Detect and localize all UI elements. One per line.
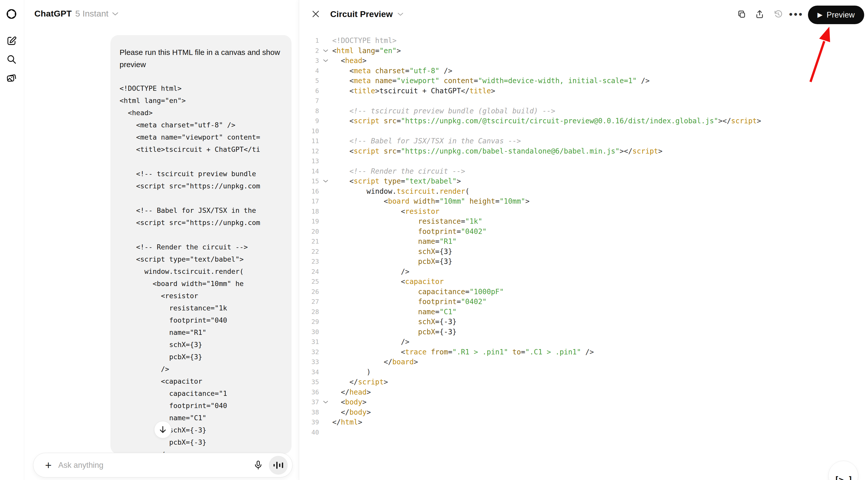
user-code-line: <title>tscircuit + ChatGPT</ti	[120, 143, 282, 156]
canvas-title: Circuit Preview	[330, 9, 393, 19]
library-icon[interactable]	[6, 72, 17, 84]
editor-line: 9 <script src="https://unpkg.com/@tscirc…	[299, 116, 868, 126]
editor-line: 28 name="C1"	[299, 307, 868, 317]
fold-chevron-icon[interactable]	[319, 180, 332, 183]
line-number: 4	[299, 67, 319, 74]
line-number: 40	[299, 429, 319, 436]
editor-line: 21 name="R1"	[299, 236, 868, 247]
user-code-line: <!-- Babel for JSX/TSX in the	[120, 204, 282, 217]
close-canvas-button[interactable]	[308, 7, 323, 21]
editor-code-text: capacitance="1000pF"	[332, 288, 504, 296]
model-selector[interactable]: ChatGPT 5 Instant	[34, 9, 119, 19]
user-code-line	[120, 192, 282, 204]
editor-code-text: footprint="0402"	[332, 297, 487, 306]
line-number: 14	[299, 167, 319, 175]
attach-plus-icon[interactable]: +	[42, 459, 55, 472]
user-code-line: <script src="https://unpkg.com	[120, 217, 282, 229]
editor-code-text: <trace from=".R1 > .pin1" to=".C1 > .pin…	[332, 348, 594, 356]
openai-logo-icon[interactable]	[6, 8, 17, 20]
line-number: 24	[299, 268, 319, 275]
preview-button[interactable]: ▶ Preview	[808, 6, 864, 24]
user-code-line: pcbX={3}	[120, 351, 282, 363]
user-code-line: name="C1"	[120, 412, 282, 424]
editor-line: 13	[299, 156, 868, 166]
version-history-button[interactable]	[771, 7, 785, 21]
line-number: 15	[299, 178, 319, 185]
editor-line: 7	[299, 96, 868, 106]
fold-chevron-icon[interactable]	[319, 49, 332, 52]
line-number: 11	[299, 137, 319, 145]
line-number: 20	[299, 228, 319, 235]
scroll-to-bottom-button[interactable]	[154, 421, 172, 438]
chevron-down-icon	[112, 12, 119, 16]
editor-line: 27 footprint="0402"	[299, 297, 868, 307]
fold-chevron-icon[interactable]	[319, 59, 332, 62]
microphone-icon[interactable]	[251, 458, 265, 472]
editor-line: 35 </script>	[299, 377, 868, 387]
user-code-line: footprint="040	[120, 314, 282, 326]
line-number: 39	[299, 418, 319, 426]
user-message-bubble: Please run this HTML file in a canvas an…	[111, 35, 291, 454]
history-icon	[773, 9, 783, 19]
line-number: 28	[299, 308, 319, 316]
code-editor[interactable]: 1<!DOCTYPE html>2<html lang="en">3 <head…	[299, 36, 868, 437]
editor-code-text: window.tscircuit.render(	[332, 187, 469, 195]
line-number: 21	[299, 238, 319, 245]
new-chat-icon[interactable]	[6, 35, 17, 47]
share-button[interactable]	[752, 7, 767, 21]
line-number: 31	[299, 338, 319, 346]
editor-line: 33 </board>	[299, 357, 868, 367]
editor-line: 34 )	[299, 367, 868, 377]
editor-code-text: </board>	[332, 358, 418, 366]
user-code-line: <board width="10mm" he	[120, 278, 282, 290]
play-icon: ▶	[817, 11, 823, 18]
editor-line: 30 pcbX={-3}	[299, 327, 868, 337]
editor-code-text: <script type="text/babel">	[332, 177, 461, 185]
editor-code-text: <resistor	[332, 207, 439, 216]
fold-chevron-icon[interactable]	[319, 401, 332, 404]
editor-code-text: <script src="https://unpkg.com/babel-sta…	[332, 147, 662, 155]
search-icon[interactable]	[6, 54, 17, 65]
editor-line: 6 <title>tscircuit + ChatGPT</title>	[299, 86, 868, 96]
editor-code-text: <meta charset="utf-8" />	[332, 67, 452, 75]
line-number: 1	[299, 37, 319, 44]
editor-line: 10	[299, 126, 868, 136]
chevron-down-icon	[397, 12, 403, 16]
chat-input[interactable]	[58, 461, 251, 470]
editor-line: 11 <!-- Babel for JSX/TSX in the Canvas …	[299, 136, 868, 146]
line-number: 17	[299, 197, 319, 205]
line-number: 18	[299, 208, 319, 215]
editor-code-text: name="C1"	[332, 308, 457, 316]
editor-line: 26 capacitance="1000pF"	[299, 287, 868, 297]
editor-code-text: <title>tscircuit + ChatGPT</title>	[332, 87, 495, 95]
user-code-line: <meta name="viewport" content=	[120, 131, 282, 143]
line-number: 19	[299, 218, 319, 225]
canvas-menu-button[interactable]: •••	[789, 7, 803, 21]
line-number: 10	[299, 127, 319, 135]
user-code-line: <head>	[120, 107, 282, 119]
terminal-icon: [>_]	[834, 475, 852, 480]
editor-line: 24 />	[299, 267, 868, 277]
line-number: 23	[299, 258, 319, 265]
line-number: 12	[299, 148, 319, 155]
line-number: 27	[299, 298, 319, 305]
copy-icon	[737, 9, 746, 19]
editor-code-text: />	[332, 338, 409, 346]
editor-code-text: <board width="10mm" height="10mm">	[332, 197, 530, 205]
editor-code-text: <capacitor	[332, 277, 444, 286]
user-code-line: <meta charset="utf-8" />	[120, 119, 282, 131]
line-number: 32	[299, 348, 319, 356]
line-number: 36	[299, 388, 319, 396]
line-number: 16	[299, 188, 319, 195]
editor-code-text: <html lang="en">	[332, 46, 401, 55]
editor-code-text: pcbX={-3}	[332, 328, 457, 336]
editor-code-text: <body>	[332, 398, 367, 406]
canvas-title-dropdown[interactable]: Circuit Preview	[330, 7, 403, 21]
editor-code-text: <script src="https://unpkg.com/@tscircui…	[332, 117, 761, 125]
line-number: 6	[299, 87, 319, 95]
user-code-line: pcbX={-3}	[120, 436, 282, 448]
editor-line: 15 <script type="text/babel">	[299, 176, 868, 186]
user-code-line	[120, 156, 282, 168]
voice-mode-button[interactable]	[269, 456, 288, 475]
copy-code-button[interactable]	[735, 7, 749, 21]
